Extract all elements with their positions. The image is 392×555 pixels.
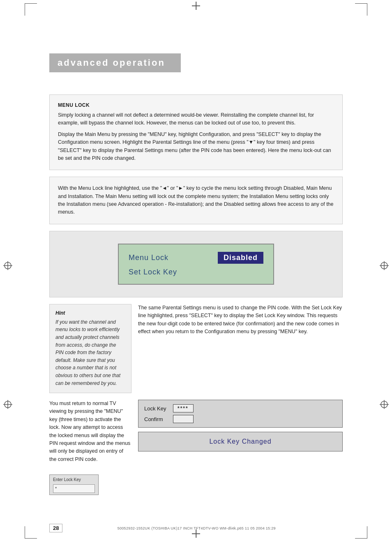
hint-text: If you want the channel and menu locks t… <box>55 318 125 387</box>
reg-right-bottom <box>380 400 389 410</box>
reg-left-bottom <box>3 400 12 410</box>
menu-lock-text: Simply locking a channel will not deflec… <box>58 111 334 162</box>
footer-info: 50052932-1552UK (TOSHIBA UK)17 INCH TFT4… <box>118 526 276 530</box>
small-tv-row-2: Confirm <box>144 415 337 423</box>
tv-menu-lock-value: Disabled <box>218 252 263 264</box>
page-number: 28 <box>49 524 62 532</box>
enter-lock-key-box: Enter Lock Key * <box>49 474 99 495</box>
small-tv-confirm-value <box>173 415 194 423</box>
corner-mark-tr <box>355 3 367 16</box>
bottom-section: You must return to normal TV viewing by … <box>49 400 343 495</box>
small-tv-lock-key-label: Lock Key <box>144 405 169 412</box>
title-bar: advanced operation <box>49 53 181 72</box>
menu-lock-para2: Display the Main Menu by pressing the "M… <box>58 131 334 163</box>
bottom-left-para: You must return to normal TV viewing by … <box>49 400 131 463</box>
cycle-para: With the Menu Lock line highlighted, use… <box>58 184 334 216</box>
enter-lock-key-value: * <box>53 484 95 493</box>
crosshair-top <box>192 2 200 10</box>
cycle-text: With the Menu Lock line highlighted, use… <box>58 184 334 216</box>
header-section: advanced operation <box>49 53 343 72</box>
small-tv-lock-key-value: **** <box>173 404 194 412</box>
small-tv-row-1: Lock Key **** <box>144 404 337 412</box>
small-tv-lock-key-box: Lock Key **** Confirm <box>138 400 343 428</box>
tv-set-lock-key-label: Set Lock Key <box>129 268 177 276</box>
corner-mark-bl <box>25 526 37 539</box>
lock-key-changed-box: Lock Key Changed <box>138 432 343 451</box>
tv-screen-section: Menu Lock Disabled Set Lock Key <box>49 231 343 297</box>
main-content: MENU LOCK Simply locking a channel will … <box>49 94 343 495</box>
page-footer: 28 50052932-1552UK (TOSHIBA UK)17 INCH T… <box>49 524 343 532</box>
page-title: advanced operation <box>58 58 165 68</box>
bottom-left-text: You must return to normal TV viewing by … <box>49 400 131 495</box>
reg-right-top <box>380 261 389 272</box>
right-col-text: The same Parental Settings menu is used … <box>138 304 343 393</box>
cycle-section: With the Menu Lock line highlighted, use… <box>49 177 343 224</box>
page-container: advanced operation MENU LOCK Simply lock… <box>0 0 392 555</box>
bottom-right-col: Lock Key **** Confirm Lock Key Changed <box>138 400 343 495</box>
tv-menu-box: Menu Lock Disabled Set Lock Key <box>118 244 274 285</box>
menu-lock-title: MENU LOCK <box>58 102 334 108</box>
hint-title: Hint <box>55 310 125 316</box>
enter-lock-key-title: Enter Lock Key <box>53 477 95 483</box>
menu-lock-section: MENU LOCK Simply locking a channel will … <box>49 94 343 170</box>
corner-mark-tl <box>25 3 37 16</box>
two-col-section: Hint If you want the channel and menu lo… <box>49 304 343 393</box>
hint-column: Hint If you want the channel and menu lo… <box>49 304 131 393</box>
tv-menu-row-1: Menu Lock Disabled <box>129 252 263 264</box>
tv-menu-row-2: Set Lock Key <box>129 268 263 276</box>
small-tv-confirm-label: Confirm <box>144 416 169 422</box>
tv-menu-lock-label: Menu Lock <box>129 253 168 262</box>
corner-mark-br <box>355 526 367 539</box>
menu-lock-para1: Simply locking a channel will not deflec… <box>58 111 334 127</box>
reg-left-top <box>3 261 12 272</box>
lock-key-changed-text: Lock Key Changed <box>209 438 271 445</box>
